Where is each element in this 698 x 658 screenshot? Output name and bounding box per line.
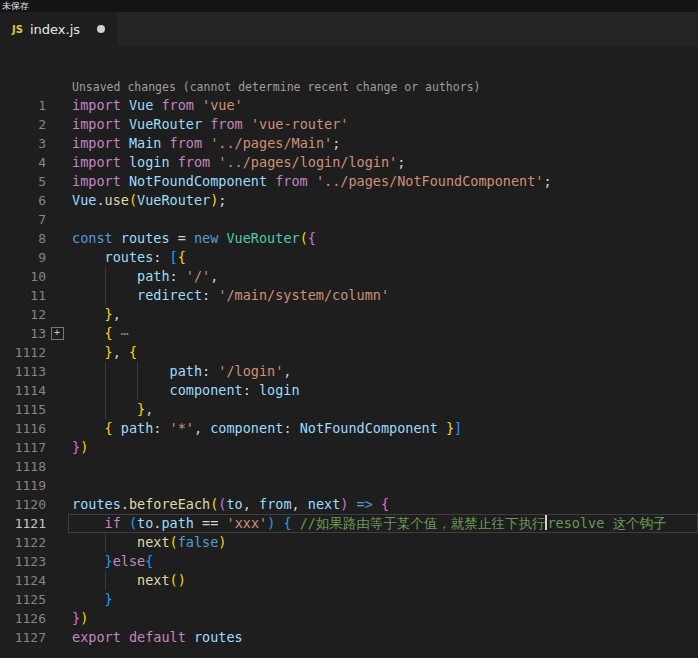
code-token: { bbox=[145, 553, 153, 569]
code-line[interactable]: 13+ { ⋯ bbox=[0, 324, 698, 343]
code-text[interactable]: { ⋯ bbox=[68, 324, 698, 343]
code-token: { bbox=[129, 344, 137, 360]
code-text[interactable]: } bbox=[68, 590, 698, 609]
code-token: 'vue' bbox=[202, 97, 243, 113]
code-token: ( bbox=[129, 192, 137, 208]
code-line[interactable]: 1113 path: '/login', bbox=[0, 362, 698, 381]
fold-column bbox=[46, 419, 68, 438]
code-token bbox=[194, 97, 202, 113]
code-text[interactable]: routes: [{ bbox=[68, 248, 698, 267]
line-number: 1127 bbox=[0, 628, 46, 647]
code-token: ( bbox=[170, 534, 178, 550]
code-text[interactable]: import Vue from 'vue' bbox=[68, 96, 698, 115]
line-gutter: 1119 bbox=[0, 476, 68, 495]
code-line[interactable]: 1116 { path: '*', component: NotFoundCom… bbox=[0, 419, 698, 438]
code-line[interactable]: 11 redirect: '/main/system/column' bbox=[0, 286, 698, 305]
code-line[interactable]: 1127export default routes bbox=[0, 628, 698, 647]
code-token: , bbox=[243, 496, 259, 512]
modified-indicator-icon[interactable] bbox=[97, 25, 105, 33]
code-line[interactable]: 7 bbox=[0, 210, 698, 229]
code-line[interactable]: 1117}) bbox=[0, 438, 698, 457]
code-line[interactable]: 8const routes = new VueRouter({ bbox=[0, 229, 698, 248]
code-token bbox=[267, 173, 275, 189]
code-token: path bbox=[170, 363, 203, 379]
code-text[interactable]: path: '/login', bbox=[68, 362, 698, 381]
code-token bbox=[121, 629, 129, 645]
code-token bbox=[121, 173, 129, 189]
code-text[interactable]: { path: '*', component: NotFoundComponen… bbox=[68, 419, 698, 438]
code-token: VueRouter bbox=[129, 116, 202, 132]
code-line[interactable]: 1119 bbox=[0, 476, 698, 495]
code-line[interactable]: 10 path: '/', bbox=[0, 267, 698, 286]
code-token: } bbox=[72, 439, 80, 455]
code-text[interactable]: if (to.path == 'xxx') { //如果路由等于某个值，就禁止往… bbox=[68, 514, 698, 533]
code-text[interactable]: import VueRouter from 'vue-router' bbox=[68, 115, 698, 134]
code-line[interactable]: 1112 }, { bbox=[0, 343, 698, 362]
code-token bbox=[72, 306, 105, 322]
code-text[interactable]: import NotFoundComponent from '../pages/… bbox=[68, 172, 698, 191]
indent-guide bbox=[105, 571, 106, 590]
code-line[interactable]: 1115 }, bbox=[0, 400, 698, 419]
code-token: ; bbox=[332, 135, 340, 151]
code-text[interactable]: routes.beforeEach((to, from, next) => { bbox=[68, 495, 698, 514]
fold-column bbox=[46, 96, 68, 115]
code-line[interactable]: 3import Main from '../pages/Main'; bbox=[0, 134, 698, 153]
code-token: } bbox=[105, 591, 113, 607]
fold-column bbox=[46, 153, 68, 172]
code-token bbox=[72, 420, 105, 436]
codelens-unsaved-changes[interactable]: Unsaved changes (cannot determine recent… bbox=[0, 78, 698, 96]
code-token: new bbox=[194, 230, 218, 246]
code-line[interactable]: 12 }, bbox=[0, 305, 698, 324]
code-text[interactable]: import Main from '../pages/Main'; bbox=[68, 134, 698, 153]
code-text[interactable]: path: '/', bbox=[68, 267, 698, 286]
fold-column bbox=[46, 229, 68, 248]
tab-indexjs[interactable]: JS index.js bbox=[0, 12, 117, 46]
code-line[interactable]: 5import NotFoundComponent from '../pages… bbox=[0, 172, 698, 191]
code-line[interactable]: 1120routes.beforeEach((to, from, next) =… bbox=[0, 495, 698, 514]
code-line[interactable]: 1import Vue from 'vue' bbox=[0, 96, 698, 115]
code-text[interactable]: component: login bbox=[68, 381, 698, 400]
code-line[interactable]: 1114 component: login bbox=[0, 381, 698, 400]
code-text[interactable]: }else{ bbox=[68, 552, 698, 571]
code-line[interactable]: 9 routes: [{ bbox=[0, 248, 698, 267]
code-line[interactable]: 1125 } bbox=[0, 590, 698, 609]
code-text[interactable]: }) bbox=[68, 438, 698, 457]
code-text[interactable]: Vue.use(VueRouter); bbox=[68, 191, 698, 210]
code-text[interactable]: next(false) bbox=[68, 533, 698, 552]
code-line[interactable]: 4import login from '../pages/login/login… bbox=[0, 153, 698, 172]
code-line[interactable]: 6Vue.use(VueRouter); bbox=[0, 191, 698, 210]
code-text[interactable] bbox=[68, 457, 698, 476]
code-token: : bbox=[283, 420, 299, 436]
code-text[interactable]: import login from '../pages/login/login'… bbox=[68, 153, 698, 172]
code-text[interactable]: }, bbox=[68, 305, 698, 324]
line-gutter: 6 bbox=[0, 191, 68, 210]
code-text[interactable] bbox=[68, 476, 698, 495]
fold-expand-icon[interactable]: + bbox=[51, 327, 64, 340]
code-line[interactable]: 2import VueRouter from 'vue-router' bbox=[0, 115, 698, 134]
line-number: 13 bbox=[0, 324, 46, 343]
fold-column bbox=[46, 267, 68, 286]
code-text[interactable]: redirect: '/main/system/column' bbox=[68, 286, 698, 305]
line-number: 9 bbox=[0, 248, 46, 267]
code-text[interactable]: }, bbox=[68, 400, 698, 419]
code-token: routes bbox=[121, 230, 170, 246]
code-text[interactable]: const routes = new VueRouter({ bbox=[68, 229, 698, 248]
code-line[interactable]: 1118 bbox=[0, 457, 698, 476]
code-text[interactable]: next() bbox=[68, 571, 698, 590]
code-text[interactable]: export default routes bbox=[68, 628, 698, 647]
code-token bbox=[72, 325, 105, 341]
code-line[interactable]: 1122 next(false) bbox=[0, 533, 698, 552]
code-line[interactable]: 1124 next() bbox=[0, 571, 698, 590]
fold-column bbox=[46, 533, 68, 552]
code-text[interactable]: }) bbox=[68, 609, 698, 628]
code-line[interactable]: 1121 if (to.path == 'xxx') { //如果路由等于某个值… bbox=[0, 514, 698, 533]
window-unsaved-label: 未保存 bbox=[2, 1, 29, 11]
code-text[interactable] bbox=[68, 210, 698, 229]
code-token: ; bbox=[397, 154, 405, 170]
line-gutter: 4 bbox=[0, 153, 68, 172]
code-text[interactable]: }, { bbox=[68, 343, 698, 362]
code-line[interactable]: 1123 }else{ bbox=[0, 552, 698, 571]
fold-column bbox=[46, 590, 68, 609]
code-token: , bbox=[113, 344, 129, 360]
code-line[interactable]: 1126}) bbox=[0, 609, 698, 628]
